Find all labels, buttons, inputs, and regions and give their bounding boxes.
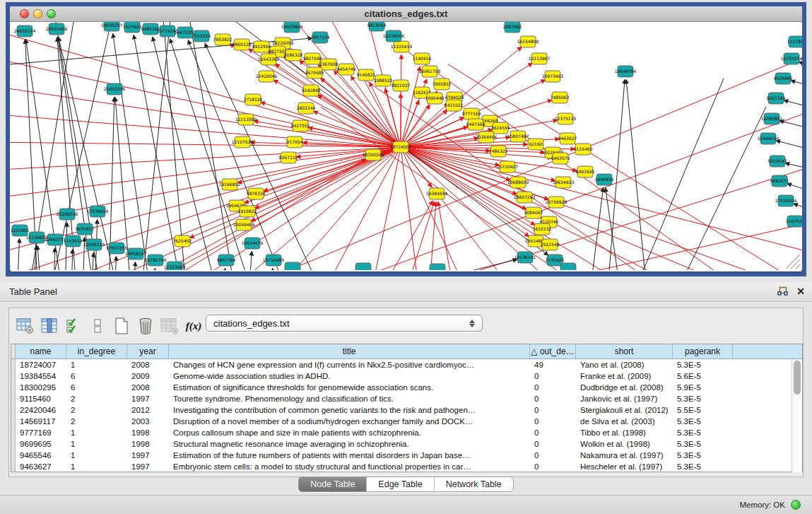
function-builder-icon[interactable]: f(x) [182,315,206,337]
table-cell[interactable]: 5.5E-5 [673,404,733,416]
table-cell[interactable]: 2003 [127,416,169,427]
table-scrollbar-thumb[interactable] [794,361,801,395]
tab-node-table[interactable]: Node Table [299,477,367,491]
network-edge[interactable] [153,269,155,270]
column-header-in_degree[interactable]: in_degree [66,344,127,358]
table-cell[interactable]: 5.3E-5 [673,450,733,461]
column-header-pagerank[interactable]: pagerank [673,344,733,358]
network-edge[interactable] [406,50,752,270]
close-window-icon[interactable] [20,9,29,18]
network-edge[interactable] [787,184,802,195]
table-cell[interactable]: 9699695 [16,438,66,450]
column-header-title[interactable]: title [169,344,530,358]
table-cell[interactable]: Dudbridge et al. (2008) [576,382,673,393]
network-edge[interactable] [401,55,401,147]
table-cell[interactable]: 9115460 [16,393,66,404]
table-cell[interactable]: 14569117 [16,416,66,427]
table-cell[interactable]: 2 [66,416,127,427]
table-cell[interactable]: Nakamura et al. (1997) [576,450,673,461]
network-edge[interactable] [401,147,759,270]
network-edge[interactable] [114,257,116,270]
network-edge[interactable] [784,100,802,110]
table-cell[interactable]: 9465546 [16,450,66,461]
table-cell[interactable]: 0 [530,393,576,404]
canvas-resize-grip[interactable] [786,255,800,269]
table-cell[interactable]: 2012 [127,404,169,416]
table-row[interactable]: 946362711997Embryonic stem cells: a mode… [11,461,802,472]
table-cell[interactable]: 2 [66,393,127,404]
table-cell[interactable]: 6 [66,382,127,393]
table-row[interactable]: 911546021997Tourette syndrome. Phenomeno… [11,393,802,404]
table-cell[interactable]: 5.9E-5 [673,382,733,393]
tab-edge-table[interactable]: Edge Table [367,477,434,491]
maximize-window-icon[interactable] [47,9,56,18]
table-cell[interactable]: 5.3E-5 [673,461,733,472]
column-header-out_de[interactable]: △ out_de… [530,344,576,358]
network-edge[interactable] [271,147,401,270]
minimize-window-icon[interactable] [33,9,42,18]
table-cell[interactable]: 0 [530,370,576,382]
row-select-icon[interactable] [61,315,86,337]
table-cell[interactable]: Tourette syndrome. Phenomenology and cla… [169,393,530,404]
table-cell[interactable]: 49 [530,359,576,370]
table-cell[interactable]: Stergiakouli et al. (2012) [576,404,673,416]
table-cell[interactable]: 19384554 [16,370,66,382]
table-cell[interactable]: Investigating the contribution of common… [169,404,530,416]
network-edge[interactable] [17,239,19,270]
table-cell[interactable]: 0 [530,427,576,438]
window-titlebar[interactable]: citations_edges.txt [10,6,802,22]
table-row[interactable]: 1872400712008Changes of HCN gene express… [11,359,802,370]
citation-network-graph[interactable]: 1872400776638229860128891295418226058982… [10,22,802,270]
network-edge[interactable] [792,81,802,89]
column-header-short[interactable]: short [576,344,673,358]
table-cell[interactable]: 5.3E-5 [673,427,733,438]
network-edge[interactable] [222,269,225,270]
new-file-icon[interactable] [110,315,134,337]
table-cell[interactable]: 1 [66,427,127,438]
network-edge[interactable] [113,34,151,270]
network-edge[interactable] [377,201,433,270]
column-visibility-icon[interactable] [37,315,61,337]
table-cell[interactable]: 0 [530,404,576,416]
table-cell[interactable]: 0 [530,450,576,461]
network-edge[interactable] [799,62,802,71]
table-cell[interactable]: 5.3E-5 [673,393,733,404]
network-edge[interactable] [141,22,172,270]
table-cell[interactable]: 1 [66,450,127,461]
table-cell[interactable]: Franke et al. (2009) [576,370,673,382]
table-cell[interactable]: 2008 [127,382,169,393]
network-node[interactable] [285,262,300,270]
table-cell[interactable]: 1 [66,461,127,472]
row-height-icon[interactable] [86,315,110,337]
table-cell[interactable]: Embryonic stem cells: a model to study s… [169,461,530,472]
table-cell[interactable]: 0 [530,416,576,427]
network-edge[interactable] [33,246,36,270]
table-cell[interactable]: 2009 [127,370,169,382]
table-cell[interactable]: 1997 [127,393,169,404]
table-cell[interactable]: 1 [66,438,127,450]
network-edge[interactable] [54,248,55,270]
network-edge[interactable] [134,35,183,270]
network-edge[interactable] [134,262,135,270]
network-edge[interactable] [780,121,802,132]
table-cell[interactable]: Disruption of a novel member of a sodium… [169,416,530,427]
table-row[interactable]: 977716911998Corpus callosum shape and si… [11,427,802,438]
float-panel-icon[interactable] [777,286,788,296]
network-edge[interactable] [674,107,766,270]
network-edge[interactable] [91,253,93,270]
table-cell[interactable]: 2 [66,404,127,416]
table-scrollbar[interactable] [792,359,802,472]
table-cell[interactable]: 9777169 [16,427,66,438]
table-settings-icon[interactable] [13,315,37,337]
import-table-icon[interactable] [158,315,182,337]
table-cell[interactable]: Estimation of the future numbers of pati… [169,450,530,461]
table-select-dropdown[interactable]: citations_edges.txt [206,315,483,332]
table-cell[interactable]: 5.3E-5 [673,438,733,450]
network-canvas[interactable]: 1872400776638229860128891295418226058982… [10,22,802,270]
table-cell[interactable]: Wolkin et al. (1998) [576,438,673,450]
table-cell[interactable]: 22420046 [16,404,66,416]
network-edge[interactable] [632,78,724,270]
network-edge[interactable] [794,204,802,214]
table-cell[interactable]: 1 [66,359,127,370]
network-edge[interactable] [187,22,236,270]
